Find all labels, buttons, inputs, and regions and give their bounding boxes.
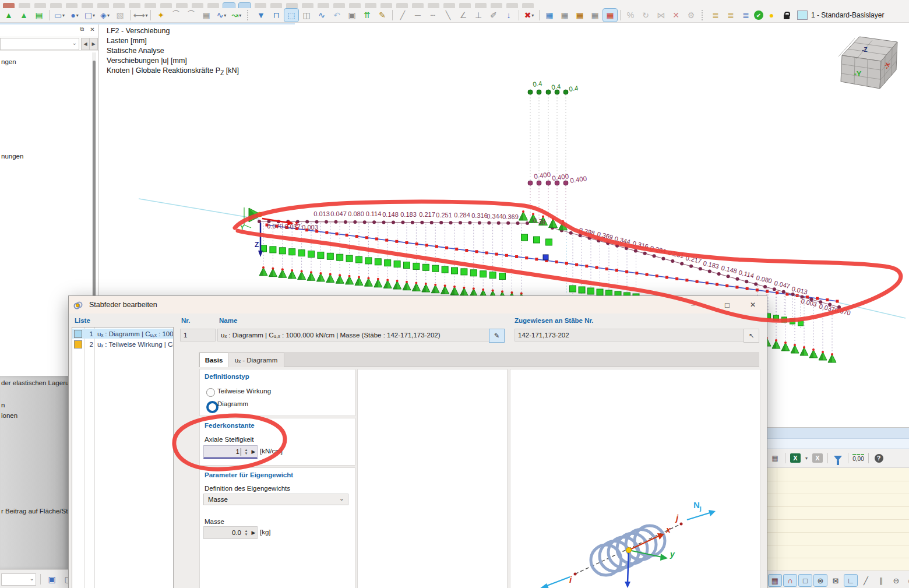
unlock-icon[interactable]	[780, 9, 794, 22]
panel-prev-button[interactable]: ◀	[81, 38, 90, 50]
mirror-icon[interactable]: ⋈	[654, 9, 668, 22]
result-diagram-icon[interactable]: ⊓	[269, 9, 283, 22]
active-layer-label[interactable]: 1 - Standard-Basislayer	[811, 11, 884, 19]
wireframe-cage-icon[interactable]: ▦	[199, 9, 213, 22]
toolbar-icon-clipped[interactable]	[97, 3, 109, 8]
spring-list[interactable]: 1 uₓ : Diagramm | Cᵤ,ₓ : 1000.000 k 2 uₓ…	[72, 327, 174, 588]
decimal-places-icon[interactable]: 0,00	[852, 452, 865, 464]
spinner-control[interactable]: ▲▼	[242, 529, 250, 536]
maximize-button[interactable]: □	[717, 297, 738, 312]
camera-gear-icon[interactable]: ⚙	[684, 9, 698, 22]
new-rectangle-icon[interactable]: ▭▾	[52, 9, 66, 22]
notes-table-panel[interactable]	[767, 468, 909, 571]
excel-dropdown-icon[interactable]: ▾	[804, 452, 809, 464]
toolbar-icon-clipped[interactable]	[349, 3, 361, 8]
assigned-members-field[interactable]: 142-171,173-202	[515, 329, 746, 341]
toolbar-icon-clipped[interactable]	[443, 3, 455, 8]
support-surface-icon[interactable]: ▤	[32, 9, 46, 22]
mass-input[interactable]: 0.0 ▲▼ ▶	[203, 526, 258, 539]
bottom-combobox[interactable]: ⌄	[1, 573, 36, 586]
arrow-down-icon[interactable]: ↓	[502, 9, 516, 22]
toolbar-icon-clipped[interactable]	[286, 3, 298, 8]
arc-one-icon[interactable]: ⌒	[169, 9, 183, 22]
panel-next-button[interactable]: ▶	[89, 38, 98, 50]
toolbar-icon-clipped[interactable]	[223, 3, 235, 8]
layer-color-swatch[interactable]	[797, 10, 808, 20]
radio-label[interactable]: Diagramm	[217, 400, 248, 407]
expand-arrow-icon[interactable]: ▶	[250, 530, 257, 536]
nr-field[interactable]: 1	[180, 329, 216, 341]
toolbar-icon-clipped[interactable]	[160, 3, 172, 8]
toolbar-icon-clipped[interactable]	[66, 3, 77, 8]
snap-intersection-icon[interactable]: ⊠	[829, 575, 842, 586]
rename-button[interactable]: ✎	[489, 329, 505, 343]
new-view-icon[interactable]: ▣	[45, 573, 59, 586]
toolbar-icon-clipped[interactable]	[302, 3, 313, 8]
rotate-icon[interactable]: ↻	[639, 9, 653, 22]
snap-concentric-icon[interactable]: ◎	[905, 575, 909, 586]
toolbar-icon-clipped[interactable]	[19, 3, 30, 8]
toolbar-icon-clipped[interactable]	[34, 3, 46, 8]
navigator-item[interactable]: ngen	[1, 58, 16, 65]
tab-basis[interactable]: Basis	[199, 353, 228, 367]
delete-load-icon[interactable]: ✖▾	[522, 9, 536, 22]
arc-two-icon[interactable]: ⌒	[184, 9, 198, 22]
radio-label[interactable]: Teilweise Wirkung	[217, 388, 271, 395]
toolbar-icon-clipped[interactable]	[475, 3, 487, 8]
segment-line1-icon[interactable]: ╱	[396, 9, 410, 22]
panel-float-icon[interactable]: ⧉	[77, 25, 86, 33]
level-icon[interactable]: ⊥	[471, 9, 485, 22]
dimension-icon[interactable]: ⟷▾	[133, 9, 147, 22]
minimize-button[interactable]: —	[684, 297, 705, 312]
toolbar-icon-clipped[interactable]	[113, 3, 125, 8]
segment-line4-icon[interactable]: ╲	[441, 9, 455, 22]
spline-icon[interactable]: ↝▾	[230, 9, 244, 22]
angle-icon[interactable]: ∠	[456, 9, 470, 22]
selection-window-icon[interactable]: ⬚	[284, 9, 298, 22]
toolbar-icon-clipped[interactable]	[506, 3, 518, 8]
layers-manage-icon[interactable]: ≣	[739, 9, 753, 22]
snap-magnet-icon[interactable]: ∩	[784, 575, 797, 586]
new-opening-icon[interactable]: ▢▾	[83, 9, 97, 22]
render-icon[interactable]: ▣	[345, 9, 359, 22]
insert-node-icon[interactable]: ✦	[154, 9, 168, 22]
close-button[interactable]: ✕	[742, 297, 763, 312]
solid-box-icon[interactable]: ▧	[113, 9, 127, 22]
snap-endpoint-icon[interactable]: □	[799, 575, 812, 586]
table-gray-icon[interactable]: ▦	[558, 9, 572, 22]
snap-grid-icon[interactable]: ▦	[769, 575, 781, 586]
dock-table-header[interactable]	[767, 428, 909, 439]
spinner-control[interactable]: ▲▼	[242, 448, 250, 455]
excel-export-icon[interactable]: X	[789, 452, 802, 464]
snap-parallel-icon[interactable]: ∥	[875, 575, 887, 586]
wave-icon[interactable]: ∿	[315, 9, 329, 22]
toolbar-icon-clipped[interactable]	[412, 3, 424, 8]
connect-icon[interactable]: %	[623, 9, 637, 22]
panel-combobox[interactable]: ⌄	[0, 38, 79, 50]
snap-center-icon[interactable]: ⊗	[814, 575, 827, 586]
toolbar-icon-clipped[interactable]	[239, 3, 251, 8]
toolbar-icon-clipped[interactable]	[380, 3, 392, 8]
dialog-titlebar[interactable]: Stabfeder bearbeiten — □ ✕	[69, 296, 767, 314]
toolbar-icon-clipped[interactable]	[522, 3, 534, 8]
grow-arrows-icon[interactable]: ⇈	[360, 9, 374, 22]
snap-tangent-icon[interactable]: ╱	[859, 575, 872, 586]
panel-close-icon[interactable]: ✕	[88, 25, 97, 33]
new-load-icon[interactable]: ●▾	[68, 9, 82, 22]
visible-check-icon[interactable]: ✔	[754, 10, 763, 20]
help-icon[interactable]: ?	[872, 452, 885, 464]
toolbar-icon-clipped[interactable]	[129, 3, 140, 8]
expand-arrow-icon[interactable]: ▶	[250, 449, 257, 455]
edit-pencil-icon[interactable]: ✎	[375, 9, 389, 22]
new-surface-icon[interactable]: ◈▾	[98, 9, 112, 22]
segment-line3-icon[interactable]: ┄	[426, 9, 440, 22]
table-blue-icon[interactable]: ▦	[542, 9, 556, 22]
filter-funnel-icon[interactable]: ▼	[254, 9, 268, 22]
axial-stiffness-input[interactable]: 1 ▲▼ ▶	[203, 445, 258, 459]
tab-ux-diagramm[interactable]: uₓ - Diagramm	[228, 353, 284, 367]
toolbar-icon-clipped[interactable]	[192, 3, 203, 8]
toolbar-icon-clipped[interactable]	[365, 3, 376, 8]
layers-lock-icon[interactable]: ≣	[724, 9, 738, 22]
self-weight-dropdown[interactable]: Masse⌄	[203, 494, 348, 505]
toolbar-icon-clipped[interactable]	[333, 3, 345, 8]
